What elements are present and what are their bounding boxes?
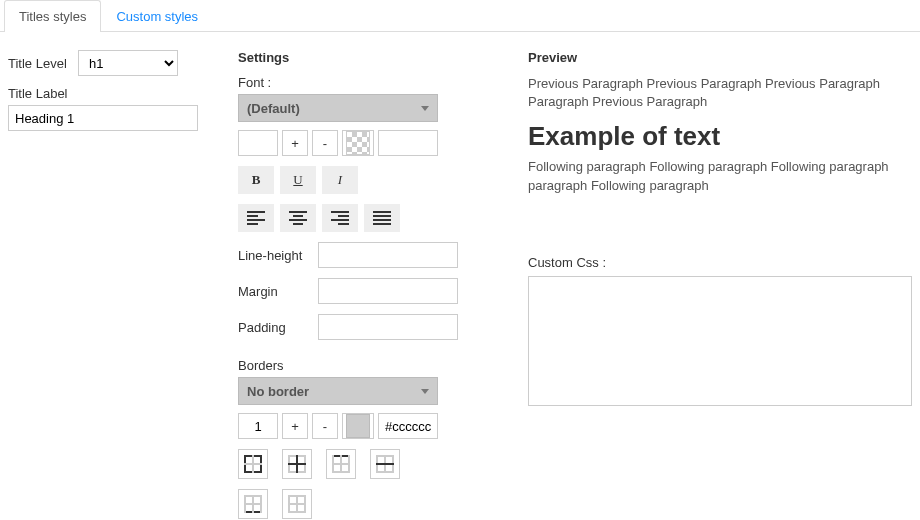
preview-next-paragraph: Following paragraph Following paragraph … <box>528 158 912 194</box>
align-justify-button[interactable] <box>364 204 400 232</box>
border-all-button[interactable] <box>238 449 268 479</box>
padding-input[interactable] <box>318 314 458 340</box>
border-inner-button[interactable] <box>282 449 312 479</box>
border-horizontal-button[interactable] <box>370 449 400 479</box>
font-select-value: (Default) <box>247 101 300 116</box>
border-width-minus-button[interactable]: - <box>312 413 338 439</box>
font-color-swatch[interactable] <box>342 130 374 156</box>
border-bottom-icon <box>244 495 262 513</box>
border-style-select[interactable]: No border <box>238 377 438 405</box>
margin-label: Margin <box>238 284 318 299</box>
line-height-label: Line-height <box>238 248 318 263</box>
custom-css-label: Custom Css : <box>528 255 912 270</box>
border-top-button[interactable] <box>326 449 356 479</box>
align-center-icon <box>289 211 307 225</box>
align-right-button[interactable] <box>322 204 358 232</box>
preview-example-heading: Example of text <box>528 121 912 152</box>
align-right-icon <box>331 211 349 225</box>
title-label-label: Title Label <box>8 86 68 101</box>
tab-titles-styles[interactable]: Titles styles <box>4 0 101 32</box>
font-color-input[interactable] <box>378 130 438 156</box>
border-color-swatch[interactable] <box>342 413 374 439</box>
align-center-button[interactable] <box>280 204 316 232</box>
italic-button[interactable]: I <box>322 166 358 194</box>
chevron-down-icon <box>421 106 429 111</box>
border-style-value: No border <box>247 384 309 399</box>
tab-custom-styles[interactable]: Custom styles <box>101 0 213 32</box>
font-size-input[interactable] <box>238 130 278 156</box>
settings-heading: Settings <box>238 50 498 65</box>
font-size-minus-button[interactable]: - <box>312 130 338 156</box>
color-swatch-icon <box>346 414 370 438</box>
align-left-button[interactable] <box>238 204 274 232</box>
transparent-icon <box>346 131 370 155</box>
border-width-plus-button[interactable]: + <box>282 413 308 439</box>
border-width-input[interactable] <box>238 413 278 439</box>
title-label-input[interactable] <box>8 105 198 131</box>
font-size-plus-button[interactable]: + <box>282 130 308 156</box>
underline-button[interactable]: U <box>280 166 316 194</box>
border-bottom-button[interactable] <box>238 489 268 519</box>
border-top-icon <box>332 455 350 473</box>
preview-prev-paragraph: Previous Paragraph Previous Paragraph Pr… <box>528 75 912 111</box>
border-horizontal-icon <box>376 455 394 473</box>
border-inner-icon <box>288 455 306 473</box>
border-none-button[interactable] <box>282 489 312 519</box>
bold-button[interactable]: B <box>238 166 274 194</box>
border-none-icon <box>288 495 306 513</box>
borders-label: Borders <box>238 358 498 373</box>
preview-heading: Preview <box>528 50 912 65</box>
tab-bar: Titles styles Custom styles <box>0 0 920 32</box>
line-height-input[interactable] <box>318 242 458 268</box>
align-left-icon <box>247 211 265 225</box>
border-color-input[interactable] <box>378 413 438 439</box>
title-level-label: Title Level <box>8 56 78 71</box>
font-select[interactable]: (Default) <box>238 94 438 122</box>
custom-css-textarea[interactable] <box>528 276 912 406</box>
margin-input[interactable] <box>318 278 458 304</box>
chevron-down-icon <box>421 389 429 394</box>
title-level-select[interactable]: h1 <box>78 50 178 76</box>
border-all-icon <box>244 455 262 473</box>
padding-label: Padding <box>238 320 318 335</box>
font-label: Font : <box>238 75 498 90</box>
align-justify-icon <box>373 211 391 225</box>
